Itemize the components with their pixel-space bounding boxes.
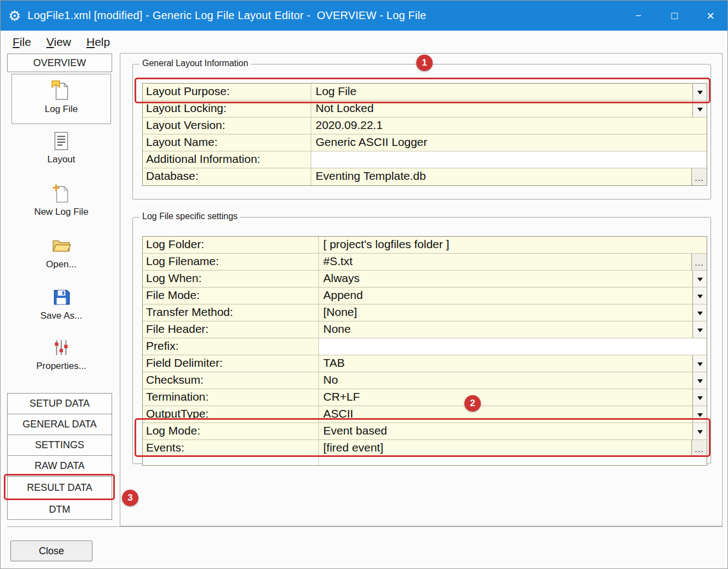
field-row-events: Events: [fired event] ... [143, 440, 707, 457]
field-value[interactable] [319, 338, 707, 355]
sidebar-tool-label: Layout [11, 154, 111, 165]
sidebar-tool-label: Save As... [11, 310, 111, 321]
menu-file[interactable]: File [5, 33, 39, 51]
dropdown-arrow-icon[interactable] [692, 271, 707, 287]
field-row-file-header: File Header: None [143, 321, 707, 338]
dropdown-arrow-icon[interactable] [692, 84, 707, 100]
field-value[interactable]: Log File [311, 84, 707, 100]
field-row-layout-locking: Layout Locking: Not Locked [143, 101, 707, 118]
field-value[interactable] [311, 151, 707, 168]
sidebar-header-overview[interactable]: OVERVIEW [7, 54, 112, 72]
field-value[interactable]: CR+LF [319, 389, 707, 406]
field-label: Layout Purpose: [143, 84, 311, 100]
annotation-badge-2: 2 [464, 395, 481, 412]
sidebar-item-settings[interactable]: SETTINGS [7, 435, 112, 456]
logfile-table: Log Folder: [ project's logfiles folder … [142, 236, 707, 466]
group-title: Log File specific settings [139, 212, 240, 221]
maximize-icon[interactable]: □ [656, 1, 692, 31]
window-controls: − □ × [620, 1, 728, 31]
dropdown-arrow-icon[interactable] [692, 355, 707, 372]
close-icon[interactable]: × [692, 1, 728, 31]
window-title: LogFile1.xml [modified] - Generic Log Fi… [27, 9, 426, 22]
field-label: Log Mode: [143, 423, 319, 439]
field-label: Termination: [143, 389, 319, 406]
sidebar-tool-open[interactable]: Open... [11, 235, 111, 270]
section-label: RESULT DATA [27, 482, 92, 494]
dropdown-arrow-icon[interactable] [692, 288, 707, 304]
field-row-outputtype: OutputType: ASCII [143, 406, 707, 423]
field-value[interactable]: Append [319, 288, 707, 304]
field-row-additional-information: Additional Information: [143, 151, 707, 168]
field-label: Layout Locking: [143, 101, 311, 117]
section-label: SETTINGS [35, 439, 84, 451]
sidebar-item-general-data[interactable]: GENERAL DATA [7, 414, 112, 435]
section-label: SETUP DATA [30, 398, 90, 409]
field-label: Prefix: [143, 338, 319, 355]
sidebar-tool-new-log-file[interactable]: New Log File [11, 183, 111, 218]
field-label: Checksum: [143, 372, 319, 389]
sidebar-item-result-data[interactable]: RESULT DATA [7, 476, 112, 500]
sidebar-tool-properties[interactable]: Properties... [11, 337, 111, 372]
field-value[interactable]: Generic ASCII Logger [311, 134, 707, 151]
field-label: Database: [143, 168, 311, 185]
field-value[interactable]: #S.txt [319, 254, 707, 270]
field-label: File Header: [143, 321, 319, 338]
dropdown-arrow-icon[interactable] [692, 101, 707, 117]
field-value [319, 457, 707, 465]
properties-sliders-icon [11, 337, 111, 359]
field-label: Additional Information: [143, 151, 311, 168]
dropdown-arrow-icon[interactable] [692, 406, 707, 423]
annotation-badge-1: 1 [416, 55, 433, 71]
field-value[interactable]: TAB [319, 355, 707, 372]
browse-button[interactable]: ... [691, 440, 707, 456]
dropdown-arrow-icon[interactable] [692, 321, 707, 338]
field-label: Field Delimiter: [143, 355, 319, 372]
field-row-database: Database: Eventing Template.db ... [143, 168, 707, 185]
field-value[interactable]: ASCII [319, 406, 707, 423]
field-value[interactable]: [None] [319, 304, 707, 321]
menu-view[interactable]: View [39, 33, 79, 51]
field-value[interactable]: None [319, 321, 707, 338]
sidebar-tool-label: New Log File [11, 207, 111, 218]
sidebar-item-dtm[interactable]: DTM [7, 499, 112, 520]
field-value[interactable]: Eventing Template.db [311, 168, 707, 185]
field-value[interactable]: Always [319, 271, 707, 287]
group-log-file-specific-settings: Log File specific settings Log Folder: [… [132, 217, 711, 464]
sidebar-tool-log-file[interactable]: Log File [11, 74, 111, 124]
field-row-log-filename: Log Filename: #S.txt ... [143, 254, 707, 271]
app-window: ⚙ LogFile1.xml [modified] - Generic Log … [0, 0, 728, 569]
field-label: Layout Name: [143, 134, 311, 151]
field-row-log-when: Log When: Always [143, 271, 707, 288]
field-value[interactable]: 2020.09.22.1 [311, 118, 707, 134]
field-row-termination: Termination: CR+LF [143, 389, 707, 406]
field-value[interactable]: [ project's logfiles folder ] [319, 237, 707, 253]
field-label: File Mode: [143, 288, 319, 304]
sidebar-tool-layout[interactable]: Layout [11, 130, 111, 165]
field-label: Log Filename: [143, 254, 319, 270]
field-value[interactable]: [fired event] [319, 440, 707, 456]
menubar: File View Help [1, 31, 728, 53]
close-button[interactable]: Close [10, 541, 92, 561]
section-label: RAW DATA [34, 460, 85, 472]
field-label [143, 457, 319, 465]
dropdown-arrow-icon[interactable] [692, 304, 707, 321]
browse-button[interactable]: ... [691, 254, 707, 270]
group-general-layout-information: General Layout Information Layout Purpos… [132, 64, 711, 200]
sidebar-item-raw-data[interactable]: RAW DATA [7, 455, 112, 477]
sidebar-tool-label: Properties... [11, 361, 111, 372]
field-label: Transfer Method: [143, 304, 319, 321]
dropdown-arrow-icon[interactable] [692, 389, 707, 406]
minimize-icon[interactable]: − [620, 1, 656, 31]
dropdown-arrow-icon[interactable] [692, 423, 707, 439]
sidebar-item-setup-data[interactable]: SETUP DATA [7, 393, 112, 414]
dropdown-arrow-icon[interactable] [692, 372, 707, 389]
field-value[interactable]: Not Locked [311, 101, 707, 117]
field-value[interactable]: No [319, 372, 707, 389]
menu-help[interactable]: Help [79, 33, 118, 51]
browse-button[interactable]: ... [691, 168, 707, 185]
layout-icon [11, 130, 111, 152]
main-panel: General Layout Information Layout Purpos… [120, 53, 723, 526]
field-row-file-mode: File Mode: Append [143, 288, 707, 304]
sidebar-tool-save-as[interactable]: Save As... [11, 286, 111, 321]
field-value[interactable]: Event based [319, 423, 707, 439]
